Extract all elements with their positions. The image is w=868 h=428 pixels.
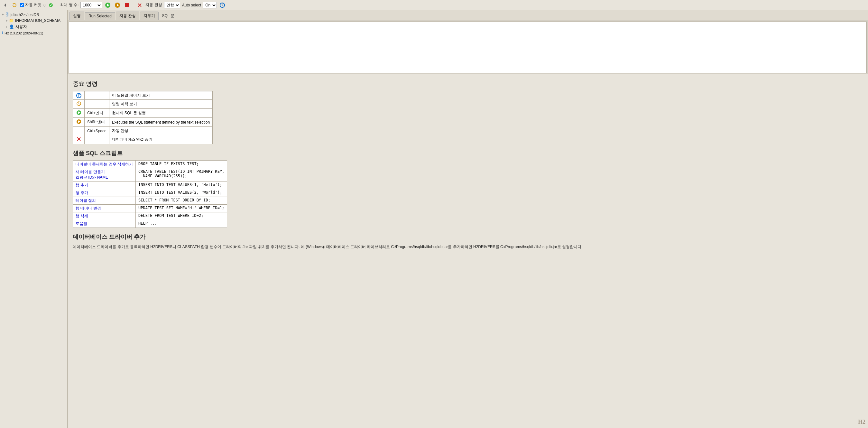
expand-icon-user: + [6,25,8,29]
sample-code-5: UPDATE TEST SET NAME='Hi' WHERE ID=1; [136,205,227,212]
sample-sql-title: 샘플 SQL 스크립트 [73,149,863,157]
run-btn[interactable] [104,2,112,8]
sample-code-7: HELP ... [136,220,227,228]
expand-icon-schema: + [6,19,8,23]
cmd-row-run: Ctrl+엔터 현재의 SQL 문 실행 [73,109,213,118]
cmd-desc-disconnect: 데이터베이스 연결 끊기 [109,135,212,144]
expand-icon: + [2,13,4,17]
tab-run[interactable]: 실행 [69,11,84,20]
sample-link-2[interactable]: 행 추가 [73,182,136,189]
sample-row-6: 행 삭제 DELETE FROM TEST WHERE ID=2; [73,212,227,220]
sample-code-4: SELECT * FROM TEST ORDER BY ID; [136,197,227,205]
cmd-desc-run-sel: Executes the SQL statement defined by th… [109,118,212,127]
cmd-shortcut-autocomplete: Ctrl+Space [85,127,110,135]
sidebar-user[interactable]: + 👤 사용자 [0,24,67,30]
cmd-icon-history [73,100,85,109]
main-layout: + 🗄 jdbc:h2:~/testDB + 📁 INFORMATION_SCH… [0,10,868,428]
cmd-row-help: ? 이 도움말 페이지 보기 [73,91,213,100]
auto-commit-group: 자동 커밋 [20,2,41,8]
auto-complete-select[interactable]: 안함 항상 [164,2,180,8]
cmd-icon-help: ? [73,91,85,100]
sample-row-7: 도움말 HELP ... [73,220,227,228]
cmd-row-history: 명령 이력 보기 [73,100,213,109]
sql-label: SQL 문: [162,13,175,19]
sample-link-7[interactable]: 도움말 [73,220,136,228]
max-rows-label: 최대 행 수: [60,2,79,8]
cmd-row-disconnect: 데이터베이스 연결 끊기 [73,135,213,144]
cmd-desc-help: 이 도움말 페이지 보기 [109,91,212,100]
commit-count: 0 [43,3,45,7]
cmd-desc-history: 명령 이력 보기 [109,100,212,109]
toolbar-refresh-btn[interactable] [11,2,18,8]
sep2 [133,2,133,8]
sample-link-0[interactable]: 테이블이 존재하는 경우 삭제하기 [73,160,136,168]
sample-code-2: INSERT INTO TEST VALUES(1, 'Hello'); [136,182,227,189]
content-area: 실행 Run Selected 자동 완성 지우기 SQL 문: 중요 명령 ?… [68,10,868,428]
help-icon: ? [220,3,225,8]
sample-row-4: 테이블 질의 SELECT * FROM TEST ORDER BY ID; [73,197,227,205]
cmd-desc-autocomplete: 자동 완성 [109,127,212,135]
sample-code-3: INSERT INTO TEST VALUES(2, 'World'); [136,189,227,197]
sample-row-1: 새 테이블 만들기 컬럼은 ID와 NAME CREATE TABLE TEST… [73,168,227,182]
max-rows-select[interactable]: 100 1000 10000 100000 [81,2,102,8]
sep1 [57,2,57,8]
cmd-desc-run: 현재의 SQL 문 실행 [109,109,212,118]
disconnect-btn[interactable] [136,2,144,8]
cmd-shortcut-run: Ctrl+엔터 [85,109,110,118]
sample-scripts-table: 테이블이 존재하는 경우 삭제하기 DROP TABLE IF EXISTS T… [73,160,227,228]
cmd-icon-run [73,109,85,118]
tab-bar: 실행 Run Selected 자동 완성 지우기 SQL 문: [68,10,868,20]
schema-label: INFORMATION_SCHEMA [15,18,60,23]
cmd-shortcut-history [85,100,110,109]
sidebar-schema[interactable]: + 📁 INFORMATION_SCHEMA [0,18,67,24]
sample-link-6[interactable]: 행 삭제 [73,212,136,220]
sql-editor[interactable] [69,22,867,73]
sample-link-4[interactable]: 테이블 질의 [73,197,136,205]
sidebar: + 🗄 jdbc:h2:~/testDB + 📁 INFORMATION_SCH… [0,10,68,428]
tab-clear[interactable]: 지우기 [140,11,159,20]
sample-code-1: CREATE TABLE TEST(ID INT PRIMARY KEY, NA… [136,168,227,182]
sample-link-1[interactable]: 새 테이블 만들기 컬럼은 ID와 NAME [73,168,136,182]
auto-select-label: Auto select [182,3,201,7]
help-content: 중요 명령 ? 이 도움말 페이지 보기 [68,74,868,428]
sample-row-5: 행 데이터 변경 UPDATE TEST SET NAME='Hi' WHERE… [73,205,227,212]
important-commands-title: 중요 명령 [73,80,863,88]
cmd-shortcut-help [85,91,110,100]
toolbar-commit-btn[interactable] [47,2,54,8]
auto-commit-label: 자동 커밋 [25,2,41,8]
svg-rect-7 [125,3,129,7]
sample-link-5[interactable]: 행 데이터 변경 [73,205,136,212]
tab-auto-complete[interactable]: 자동 완성 [116,11,139,20]
run-selected-btn[interactable] [114,2,121,8]
sample-link-3[interactable]: 행 추가 [73,189,136,197]
sidebar-version: ℹ H2 2.3.232 (2024-08-11) [0,30,67,36]
toolbar-back-btn[interactable] [2,2,9,8]
cmd-icon-autocomplete [73,127,85,135]
cmd-row-run-sel: Shift+엔터 Executes the SQL statement defi… [73,118,213,127]
stop-btn[interactable] [123,2,130,8]
db-icon: 🗄 [5,12,9,17]
auto-select-select[interactable]: On Off [203,2,217,8]
commands-table: ? 이 도움말 페이지 보기 [73,91,213,144]
auto-commit-checkbox[interactable] [20,3,24,7]
sample-code-0: DROP TABLE IF EXISTS TEST; [136,160,227,168]
svg-line-12 [79,103,80,104]
help-btn[interactable]: ? [219,2,226,8]
folder-icon-schema: 📁 [9,18,14,23]
user-icon: 👤 [9,25,14,29]
driver-text: 데이터베이스 드라이버를 추가로 등록하려면 H2DRIVERS나 CLASSP… [73,244,863,250]
user-label: 사용자 [16,24,27,30]
svg-marker-0 [4,3,6,7]
toolbar: 자동 커밋 0 최대 행 수: 100 1000 10000 100000 자동… [0,0,868,10]
watermark: H2 [858,419,865,425]
auto-complete-label: 자동 완성 [146,2,162,8]
tab-run-selected[interactable]: Run Selected [85,12,115,20]
sidebar-db-connection[interactable]: + 🗄 jdbc:h2:~/testDB [0,11,67,18]
db-connection-label: jdbc:h2:~/testDB [11,12,39,17]
info-icon: ℹ [2,31,3,35]
version-label: H2 2.3.232 (2024-08-11) [4,31,43,35]
cmd-shortcut-disconnect [85,135,110,144]
svg-marker-1 [12,3,13,4]
sample-row-2: 행 추가 INSERT INTO TEST VALUES(1, 'Hello')… [73,182,227,189]
cmd-shortcut-run-sel: Shift+엔터 [85,118,110,127]
